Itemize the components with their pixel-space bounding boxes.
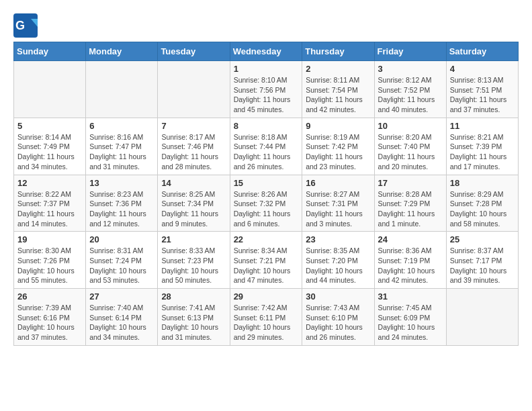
calendar-cell: 27Sunrise: 7:40 AM Sunset: 6:14 PM Dayli… bbox=[86, 289, 158, 346]
day-number: 2 bbox=[306, 64, 370, 74]
day-info: Sunrise: 8:12 AM Sunset: 7:52 PM Dayligh… bbox=[378, 75, 443, 115]
logo-icon: G bbox=[13, 13, 38, 38]
day-number: 5 bbox=[17, 121, 82, 131]
calendar-cell: 9Sunrise: 8:19 AM Sunset: 7:42 PM Daylig… bbox=[302, 118, 374, 175]
day-info: Sunrise: 8:14 AM Sunset: 7:49 PM Dayligh… bbox=[17, 132, 82, 172]
calendar-cell: 7Sunrise: 8:17 AM Sunset: 7:46 PM Daylig… bbox=[158, 118, 230, 175]
calendar-cell: 28Sunrise: 7:41 AM Sunset: 6:13 PM Dayli… bbox=[158, 289, 230, 346]
calendar-cell: 11Sunrise: 8:21 AM Sunset: 7:39 PM Dayli… bbox=[446, 118, 518, 175]
calendar-cell: 24Sunrise: 8:36 AM Sunset: 7:19 PM Dayli… bbox=[374, 232, 446, 289]
day-info: Sunrise: 8:20 AM Sunset: 7:40 PM Dayligh… bbox=[378, 132, 443, 172]
calendar-cell: 25Sunrise: 8:37 AM Sunset: 7:17 PM Dayli… bbox=[446, 232, 518, 289]
calendar-cell: 13Sunrise: 8:23 AM Sunset: 7:36 PM Dayli… bbox=[86, 175, 158, 232]
day-number: 22 bbox=[234, 234, 299, 244]
weekday-header: Tuesday bbox=[158, 42, 230, 61]
day-number: 21 bbox=[161, 234, 226, 244]
calendar-week-row: 12Sunrise: 8:22 AM Sunset: 7:37 PM Dayli… bbox=[14, 175, 519, 232]
weekday-header: Thursday bbox=[302, 42, 374, 61]
day-number: 3 bbox=[378, 64, 443, 74]
calendar-week-row: 5Sunrise: 8:14 AM Sunset: 7:49 PM Daylig… bbox=[14, 118, 519, 175]
calendar-cell: 1Sunrise: 8:10 AM Sunset: 7:56 PM Daylig… bbox=[230, 61, 302, 118]
calendar-cell: 12Sunrise: 8:22 AM Sunset: 7:37 PM Dayli… bbox=[14, 175, 86, 232]
calendar-cell bbox=[14, 61, 86, 118]
day-info: Sunrise: 8:10 AM Sunset: 7:56 PM Dayligh… bbox=[234, 75, 299, 115]
day-number: 12 bbox=[17, 178, 82, 188]
calendar-cell: 10Sunrise: 8:20 AM Sunset: 7:40 PM Dayli… bbox=[374, 118, 446, 175]
day-number: 23 bbox=[306, 234, 370, 244]
day-info: Sunrise: 8:30 AM Sunset: 7:26 PM Dayligh… bbox=[17, 246, 82, 285]
weekday-header: Sunday bbox=[14, 42, 86, 61]
calendar-cell: 23Sunrise: 8:35 AM Sunset: 7:20 PM Dayli… bbox=[302, 232, 374, 289]
day-info: Sunrise: 8:36 AM Sunset: 7:19 PM Dayligh… bbox=[378, 246, 443, 285]
calendar-cell: 6Sunrise: 8:16 AM Sunset: 7:47 PM Daylig… bbox=[86, 118, 158, 175]
day-info: Sunrise: 7:40 AM Sunset: 6:14 PM Dayligh… bbox=[89, 303, 154, 342]
day-info: Sunrise: 8:33 AM Sunset: 7:23 PM Dayligh… bbox=[161, 246, 226, 285]
day-number: 29 bbox=[234, 291, 299, 302]
day-info: Sunrise: 7:43 AM Sunset: 6:10 PM Dayligh… bbox=[306, 303, 370, 342]
calendar-week-row: 26Sunrise: 7:39 AM Sunset: 6:16 PM Dayli… bbox=[14, 289, 519, 346]
page-header: G bbox=[13, 13, 519, 38]
calendar-cell: 18Sunrise: 8:29 AM Sunset: 7:28 PM Dayli… bbox=[446, 175, 518, 232]
weekday-header: Monday bbox=[86, 42, 158, 61]
day-number: 19 bbox=[17, 234, 82, 244]
calendar-week-row: 19Sunrise: 8:30 AM Sunset: 7:26 PM Dayli… bbox=[14, 232, 519, 289]
day-number: 28 bbox=[161, 291, 226, 302]
day-info: Sunrise: 7:41 AM Sunset: 6:13 PM Dayligh… bbox=[161, 303, 226, 342]
calendar-cell: 8Sunrise: 8:18 AM Sunset: 7:44 PM Daylig… bbox=[230, 118, 302, 175]
day-number: 6 bbox=[89, 121, 154, 131]
day-info: Sunrise: 8:16 AM Sunset: 7:47 PM Dayligh… bbox=[89, 132, 154, 172]
day-number: 13 bbox=[89, 178, 154, 188]
day-info: Sunrise: 8:26 AM Sunset: 7:32 PM Dayligh… bbox=[234, 189, 299, 229]
day-number: 15 bbox=[234, 178, 299, 188]
calendar-table: SundayMondayTuesdayWednesdayThursdayFrid… bbox=[13, 42, 519, 346]
weekday-header: Saturday bbox=[446, 42, 518, 61]
calendar-cell: 2Sunrise: 8:11 AM Sunset: 7:54 PM Daylig… bbox=[302, 61, 374, 118]
calendar-cell: 30Sunrise: 7:43 AM Sunset: 6:10 PM Dayli… bbox=[302, 289, 374, 346]
day-number: 1 bbox=[234, 64, 299, 74]
day-info: Sunrise: 8:25 AM Sunset: 7:34 PM Dayligh… bbox=[161, 189, 226, 229]
day-info: Sunrise: 8:13 AM Sunset: 7:51 PM Dayligh… bbox=[450, 75, 515, 115]
logo: G bbox=[13, 13, 40, 38]
day-info: Sunrise: 8:28 AM Sunset: 7:29 PM Dayligh… bbox=[378, 189, 443, 229]
day-number: 7 bbox=[161, 121, 226, 131]
day-info: Sunrise: 8:37 AM Sunset: 7:17 PM Dayligh… bbox=[450, 246, 515, 285]
calendar-cell: 4Sunrise: 8:13 AM Sunset: 7:51 PM Daylig… bbox=[446, 61, 518, 118]
day-number: 10 bbox=[378, 121, 443, 131]
day-info: Sunrise: 8:27 AM Sunset: 7:31 PM Dayligh… bbox=[306, 189, 370, 229]
day-number: 8 bbox=[234, 121, 299, 131]
day-number: 4 bbox=[450, 64, 515, 74]
day-number: 27 bbox=[89, 291, 154, 302]
calendar-cell: 26Sunrise: 7:39 AM Sunset: 6:16 PM Dayli… bbox=[14, 289, 86, 346]
day-info: Sunrise: 8:34 AM Sunset: 7:21 PM Dayligh… bbox=[234, 246, 299, 285]
day-info: Sunrise: 8:29 AM Sunset: 7:28 PM Dayligh… bbox=[450, 189, 515, 229]
weekday-header: Wednesday bbox=[230, 42, 302, 61]
calendar-cell bbox=[86, 61, 158, 118]
calendar-cell: 29Sunrise: 7:42 AM Sunset: 6:11 PM Dayli… bbox=[230, 289, 302, 346]
day-info: Sunrise: 8:18 AM Sunset: 7:44 PM Dayligh… bbox=[234, 132, 299, 172]
calendar-cell: 31Sunrise: 7:45 AM Sunset: 6:09 PM Dayli… bbox=[374, 289, 446, 346]
calendar-cell: 17Sunrise: 8:28 AM Sunset: 7:29 PM Dayli… bbox=[374, 175, 446, 232]
day-number: 25 bbox=[450, 234, 515, 244]
calendar-cell: 19Sunrise: 8:30 AM Sunset: 7:26 PM Dayli… bbox=[14, 232, 86, 289]
day-number: 18 bbox=[450, 178, 515, 188]
svg-text:G: G bbox=[15, 19, 25, 32]
calendar-header-row: SundayMondayTuesdayWednesdayThursdayFrid… bbox=[14, 42, 519, 61]
day-number: 9 bbox=[306, 121, 370, 131]
calendar-week-row: 1Sunrise: 8:10 AM Sunset: 7:56 PM Daylig… bbox=[14, 61, 519, 118]
calendar-cell: 5Sunrise: 8:14 AM Sunset: 7:49 PM Daylig… bbox=[14, 118, 86, 175]
calendar-cell: 16Sunrise: 8:27 AM Sunset: 7:31 PM Dayli… bbox=[302, 175, 374, 232]
day-info: Sunrise: 8:22 AM Sunset: 7:37 PM Dayligh… bbox=[17, 189, 82, 229]
calendar-cell: 20Sunrise: 8:31 AM Sunset: 7:24 PM Dayli… bbox=[86, 232, 158, 289]
day-number: 11 bbox=[450, 121, 515, 131]
calendar-cell bbox=[158, 61, 230, 118]
day-info: Sunrise: 7:39 AM Sunset: 6:16 PM Dayligh… bbox=[17, 303, 82, 342]
day-info: Sunrise: 8:19 AM Sunset: 7:42 PM Dayligh… bbox=[306, 132, 370, 172]
day-info: Sunrise: 7:45 AM Sunset: 6:09 PM Dayligh… bbox=[378, 303, 443, 342]
day-info: Sunrise: 8:35 AM Sunset: 7:20 PM Dayligh… bbox=[306, 246, 370, 285]
day-number: 24 bbox=[378, 234, 443, 244]
day-info: Sunrise: 8:11 AM Sunset: 7:54 PM Dayligh… bbox=[306, 75, 370, 115]
day-number: 17 bbox=[378, 178, 443, 188]
day-info: Sunrise: 8:23 AM Sunset: 7:36 PM Dayligh… bbox=[89, 189, 154, 229]
calendar-cell: 15Sunrise: 8:26 AM Sunset: 7:32 PM Dayli… bbox=[230, 175, 302, 232]
day-number: 14 bbox=[161, 178, 226, 188]
